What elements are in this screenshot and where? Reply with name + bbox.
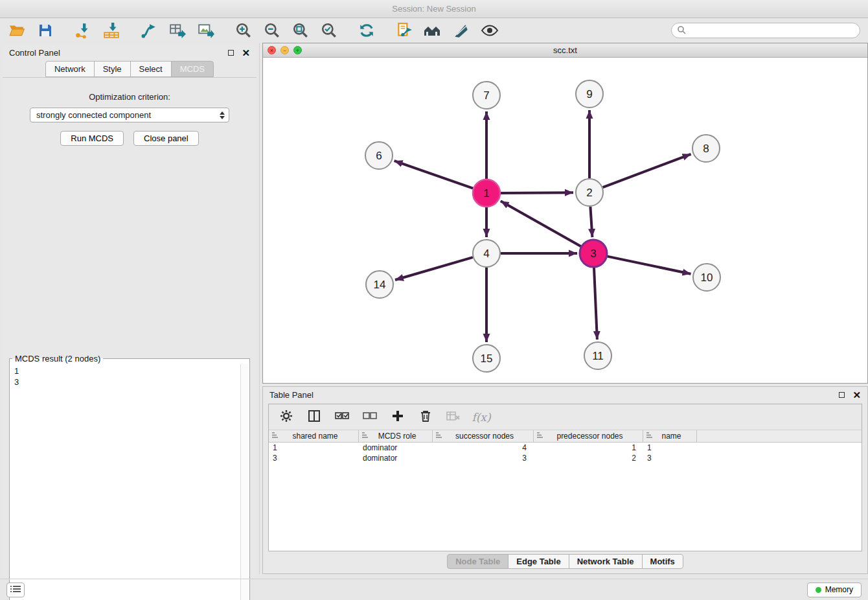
show-columns-button[interactable]	[306, 409, 323, 426]
table-row[interactable]: 3 dominator 3 2 3	[269, 453, 862, 463]
node-15[interactable]: 15	[473, 345, 500, 372]
mcds-result-item[interactable]: 3	[14, 376, 236, 387]
import-network-icon	[74, 22, 91, 39]
table-cell[interactable]: 3	[269, 453, 359, 463]
edge-3-11[interactable]	[594, 268, 597, 340]
result-scrollbar[interactable]	[240, 364, 249, 600]
window-maximize-icon[interactable]: +	[293, 46, 302, 54]
task-history-button[interactable]	[6, 583, 25, 597]
new-table-button[interactable]	[166, 20, 189, 41]
control-panel-tabs: Network Style Select MCDS	[3, 61, 257, 77]
new-network-button[interactable]	[137, 20, 161, 41]
edge-3-1[interactable]	[501, 201, 581, 246]
node-3[interactable]: 3	[580, 240, 607, 267]
edge-2-8[interactable]	[603, 154, 691, 187]
tab-style[interactable]: Style	[94, 61, 131, 77]
table-cell[interactable]: dominator	[359, 453, 433, 463]
column-header-predecessor-nodes[interactable]: predecessor nodes	[534, 430, 643, 442]
column-header-mcds-role[interactable]: MCDS role	[359, 430, 433, 442]
clone-network-button[interactable]	[393, 20, 416, 41]
edge-2-3[interactable]	[590, 207, 592, 237]
column-header-shared-name[interactable]: shared name	[269, 430, 359, 442]
table-cell[interactable]: 1	[534, 443, 643, 453]
select-all-button[interactable]	[334, 409, 350, 426]
open-file-button[interactable]	[5, 20, 29, 41]
table-cell[interactable]: 4	[433, 443, 534, 453]
delete-column-button[interactable]	[417, 409, 434, 426]
node-14[interactable]: 14	[366, 271, 393, 298]
search-box[interactable]	[671, 23, 860, 38]
table-cell[interactable]: 3	[643, 453, 697, 463]
edge-1-6[interactable]	[394, 161, 474, 189]
float-table-panel-icon[interactable]	[839, 392, 845, 398]
function-builder-button[interactable]: f(x)	[473, 409, 490, 426]
list-icon	[10, 585, 21, 595]
zoom-selected-icon	[321, 22, 337, 39]
status-bar: Memory	[0, 579, 868, 600]
add-column-button[interactable]	[389, 409, 406, 426]
column-header-name[interactable]: name	[643, 430, 697, 442]
zoom-out-button[interactable]	[260, 20, 284, 41]
table-cell[interactable]: 1	[643, 443, 697, 453]
window-minimize-icon[interactable]: −	[280, 46, 289, 54]
node-4[interactable]: 4	[473, 240, 500, 267]
zoom-fit-button[interactable]	[289, 20, 312, 41]
zoom-out-icon	[264, 22, 280, 39]
zoom-selected-button[interactable]	[317, 20, 341, 41]
node-label: 14	[374, 279, 386, 291]
network-window-titlebar: × − + scc.txt	[263, 43, 867, 58]
show-graphics-button[interactable]	[478, 20, 501, 41]
apply-style-button[interactable]	[450, 20, 473, 41]
tab-network[interactable]: Network	[45, 61, 95, 77]
tab-select[interactable]: Select	[130, 61, 172, 77]
import-table-button[interactable]	[100, 20, 123, 41]
home-button[interactable]	[421, 20, 444, 41]
mcds-result-item[interactable]: 1	[14, 365, 236, 376]
close-panel-icon[interactable]: ✕	[242, 48, 250, 58]
table-cell[interactable]: 3	[433, 453, 534, 463]
tab-motifs[interactable]: Motifs	[642, 554, 683, 569]
table-settings-button[interactable]	[278, 409, 295, 426]
search-input[interactable]	[686, 26, 854, 36]
zoom-in-button[interactable]	[232, 20, 255, 41]
table-row[interactable]: 1 dominator 4 1 1	[269, 443, 862, 453]
tab-mcds[interactable]: MCDS	[171, 61, 214, 77]
node-10[interactable]: 10	[693, 264, 720, 291]
save-button[interactable]	[34, 20, 57, 41]
close-panel-button[interactable]: Close panel	[133, 131, 199, 146]
node-2[interactable]: 2	[576, 179, 603, 206]
refresh-icon	[358, 22, 375, 39]
panel-splitter[interactable]	[257, 43, 262, 574]
tab-network-table[interactable]: Network Table	[569, 554, 643, 569]
node-7[interactable]: 7	[473, 82, 500, 109]
node-1[interactable]: 1	[473, 179, 500, 207]
window-close-icon[interactable]: ×	[268, 46, 276, 54]
criterion-dropdown-value: strongly connected component	[36, 110, 220, 120]
tab-edge-table[interactable]: Edge Table	[508, 554, 569, 569]
node-9[interactable]: 9	[576, 80, 603, 108]
tab-node-table[interactable]: Node Table	[447, 554, 508, 569]
refresh-button[interactable]	[355, 20, 378, 41]
import-network-button[interactable]	[71, 20, 95, 41]
table-cell[interactable]: 2	[534, 453, 643, 463]
node-6[interactable]: 6	[365, 142, 393, 169]
float-panel-icon[interactable]	[228, 50, 234, 56]
edge-3-10[interactable]	[608, 257, 691, 274]
export-image-button[interactable]	[194, 20, 218, 41]
run-mcds-button[interactable]: Run MCDS	[60, 131, 124, 146]
node-8[interactable]: 8	[692, 135, 720, 162]
column-header-successor-nodes[interactable]: successor nodes	[433, 430, 534, 442]
deselect-all-button[interactable]	[361, 409, 378, 426]
criterion-dropdown[interactable]: strongly connected component	[30, 108, 229, 122]
table-cell[interactable]: dominator	[359, 443, 433, 453]
sort-icon	[271, 432, 279, 441]
close-table-panel-icon[interactable]: ✕	[852, 390, 861, 400]
node-11[interactable]: 11	[584, 342, 611, 369]
edge-4-14[interactable]	[395, 257, 473, 280]
table-toolbar: f(x)	[269, 404, 862, 430]
delete-table-button[interactable]	[445, 409, 462, 426]
network-canvas[interactable]: 7968124314101511	[263, 58, 867, 383]
edge-1-2[interactable]	[501, 192, 573, 193]
memory-button[interactable]: Memory	[807, 583, 862, 597]
table-cell[interactable]: 1	[269, 443, 359, 453]
